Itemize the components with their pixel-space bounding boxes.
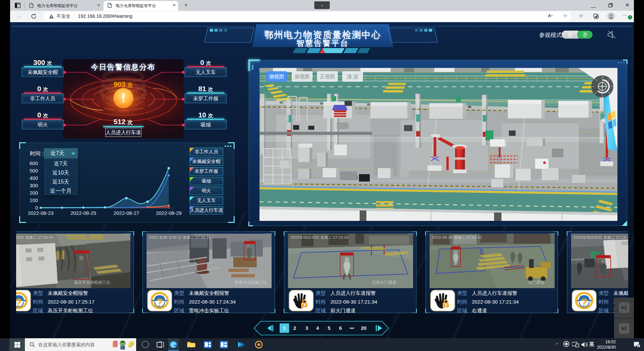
svg-text:?: ?	[581, 296, 588, 309]
svg-text:1: 1	[638, 345, 639, 348]
svg-text:?: ?	[16, 296, 22, 309]
svg-text:?: ?	[156, 296, 163, 309]
